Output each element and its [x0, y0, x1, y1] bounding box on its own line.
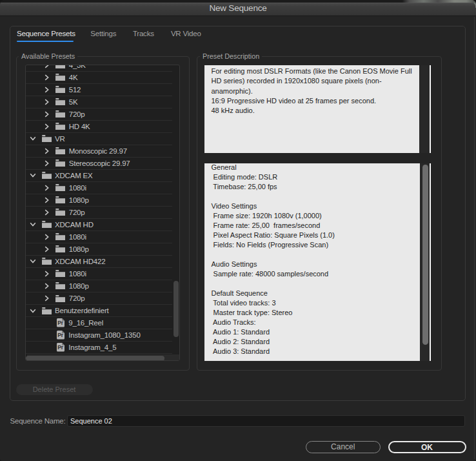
svg-text:Pr: Pr	[57, 320, 64, 327]
svg-text:Pr: Pr	[57, 333, 64, 339]
svg-text:Pr: Pr	[57, 345, 64, 351]
